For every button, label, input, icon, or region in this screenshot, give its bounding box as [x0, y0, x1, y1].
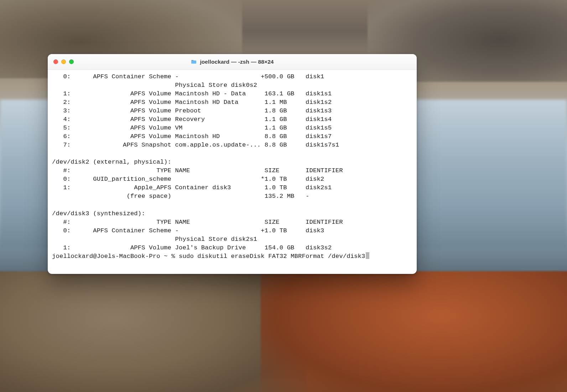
- close-button[interactable]: [53, 59, 58, 64]
- terminal-cursor: [366, 252, 369, 259]
- window-title: joellockard — -zsh — 88×24: [200, 59, 274, 65]
- home-folder-icon: [191, 59, 197, 65]
- zoom-button[interactable]: [69, 59, 74, 64]
- window-titlebar[interactable]: joellockard — -zsh — 88×24: [48, 54, 417, 70]
- terminal-window: joellockard — -zsh — 88×24 0: APFS Conta…: [48, 54, 417, 274]
- terminal-output[interactable]: 0: APFS Container Scheme - +500.0 GB dis…: [52, 73, 412, 261]
- traffic-lights: [48, 59, 74, 64]
- terminal-viewport[interactable]: 0: APFS Container Scheme - +500.0 GB dis…: [48, 70, 417, 274]
- minimize-button[interactable]: [61, 59, 66, 64]
